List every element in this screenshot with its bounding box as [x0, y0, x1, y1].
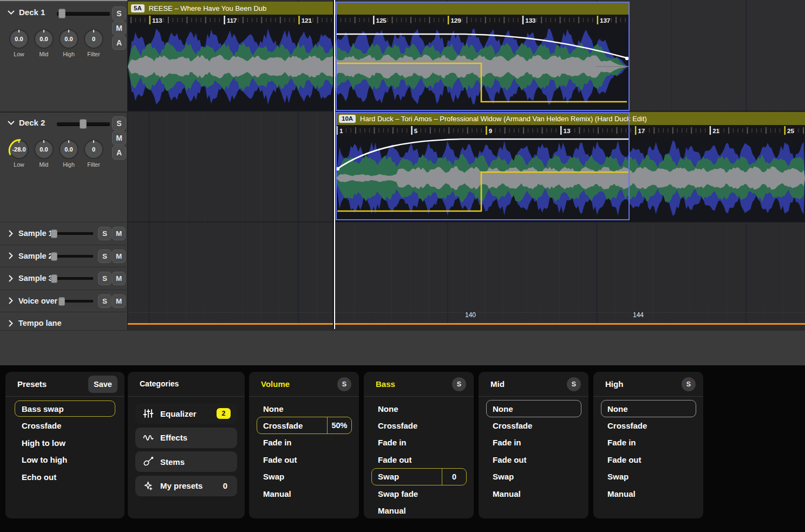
- volume-option-manual[interactable]: Manual: [249, 485, 359, 502]
- mid-column-panel: MidSNoneCrossfadeFade inFade outSwapManu…: [479, 372, 588, 518]
- high-option-fade-in[interactable]: Fade in: [593, 435, 703, 451]
- mid-option-manual[interactable]: Manual: [479, 485, 588, 502]
- volume-option-swap[interactable]: Swap: [249, 469, 359, 485]
- deck2-volume-slider[interactable]: [57, 119, 110, 129]
- bass-option-none[interactable]: None: [364, 400, 474, 417]
- bass-solo-button[interactable]: S: [452, 377, 466, 391]
- chevron-right-icon: [9, 275, 13, 282]
- high-option-none[interactable]: None: [593, 400, 703, 417]
- preset-item-high-to-low[interactable]: High to low: [5, 435, 125, 451]
- lane-label: Sample 1: [18, 229, 53, 238]
- high-option-swap[interactable]: Swap: [593, 469, 703, 485]
- chevron-right-icon: [9, 252, 13, 259]
- option-value[interactable]: 0: [442, 469, 466, 485]
- selection-box-deck2[interactable]: [336, 112, 630, 220]
- chevron-down-icon: [8, 10, 15, 15]
- lane-volume-slider[interactable]: [51, 252, 93, 261]
- preset-item-crossfade[interactable]: Crossfade: [5, 418, 125, 434]
- volume-option-none[interactable]: None: [249, 400, 359, 417]
- lane-mute-button[interactable]: M: [112, 249, 126, 263]
- lane-label: Sample 3: [18, 274, 53, 283]
- high-option-manual[interactable]: Manual: [593, 485, 703, 502]
- lane-volume-slider[interactable]: [51, 274, 93, 283]
- category-item-effects[interactable]: Effects: [135, 428, 237, 448]
- timeline-area[interactable]: 5A REESE – Where Have You Been Dub 11311…: [128, 0, 805, 330]
- selected-preset-outline: [15, 400, 115, 417]
- high-option-fade-out[interactable]: Fade out: [593, 451, 703, 468]
- high-option-crossfade[interactable]: Crossfade: [593, 417, 703, 434]
- lane-row-sample-1[interactable]: Sample 1SM: [0, 222, 128, 245]
- category-item-stems[interactable]: Stems: [135, 451, 237, 472]
- column-title: Volume: [261, 379, 290, 389]
- option-value[interactable]: 50%: [327, 417, 351, 434]
- chevron-right-icon: [9, 230, 13, 237]
- mid-option-swap[interactable]: Swap: [479, 469, 588, 485]
- deck2-filter-knob[interactable]: 0Filter: [73, 140, 115, 168]
- selected-option-outline: [601, 400, 696, 417]
- volume-option-fade-in[interactable]: Fade in: [249, 435, 359, 451]
- high-column-panel: HighSNoneCrossfadeFade inFade outSwapMan…: [593, 372, 703, 518]
- lane-mute-button[interactable]: M: [112, 227, 126, 240]
- knob-label: Filter: [73, 161, 115, 168]
- mid-solo-button[interactable]: S: [567, 377, 581, 391]
- selected-option-outline: [486, 400, 581, 417]
- bass-option-crossfade[interactable]: Crossfade: [364, 417, 474, 434]
- toolbar: + Automix ✂ Edit 16: [0, 330, 805, 365]
- mid-option-none[interactable]: None: [479, 400, 588, 417]
- save-preset-button[interactable]: Save: [88, 376, 117, 393]
- lane-solo-button[interactable]: S: [98, 294, 112, 308]
- lane-label: Sample 2: [18, 252, 53, 260]
- category-badge: 2: [217, 408, 231, 419]
- volume-option-fade-out[interactable]: Fade out: [249, 451, 359, 468]
- deck1-header[interactable]: Deck 1: [8, 8, 45, 17]
- deck2-solo-button[interactable]: S: [112, 116, 126, 130]
- category-item-equalizer[interactable]: Equalizer2: [135, 403, 237, 424]
- selection-box-deck1[interactable]: [336, 2, 630, 111]
- effects-icon: [143, 433, 154, 443]
- mid-option-fade-in[interactable]: Fade in: [479, 435, 588, 451]
- volume-column-panel: VolumeSNoneCrossfade50%Fade inFade outSw…: [249, 372, 359, 518]
- lane-label: Tempo lane: [18, 319, 62, 327]
- deck1-volume-slider[interactable]: [57, 9, 110, 18]
- preset-item-echo-out[interactable]: Echo out: [5, 469, 125, 485]
- lane-row-voice-over[interactable]: Voice overSM: [0, 290, 128, 312]
- deck2-label: Deck 2: [19, 118, 45, 127]
- volume-solo-button[interactable]: S: [337, 377, 351, 391]
- lane-row-sample-3[interactable]: Sample 3SM: [0, 267, 128, 290]
- lane-row-sample-2[interactable]: Sample 2SM: [0, 245, 128, 267]
- column-title: Bass: [376, 379, 395, 389]
- high-solo-button[interactable]: S: [682, 377, 696, 391]
- category-item-my-presets[interactable]: My presets0: [135, 476, 237, 496]
- deck1-filter-knob[interactable]: 0Filter: [73, 29, 115, 57]
- column-title: High: [605, 379, 623, 389]
- preset-item-low-to-high[interactable]: Low to high: [5, 452, 125, 468]
- lane-mute-button[interactable]: M: [112, 294, 126, 308]
- tempo-automation-line[interactable]: [128, 323, 805, 325]
- volume-option-crossfade[interactable]: Crossfade50%: [249, 417, 359, 434]
- bass-option-fade-in[interactable]: Fade in: [364, 435, 474, 451]
- mid-option-fade-out[interactable]: Fade out: [479, 451, 588, 468]
- mid-option-crossfade[interactable]: Crossfade: [479, 417, 588, 434]
- lane-solo-button[interactable]: S: [98, 227, 112, 240]
- preset-item-bass-swap[interactable]: Bass swap: [5, 400, 125, 417]
- bass-option-fade-out[interactable]: Fade out: [364, 451, 474, 468]
- deck2-header[interactable]: Deck 2: [8, 118, 45, 127]
- lane-volume-slider[interactable]: [51, 229, 93, 238]
- lane-solo-button[interactable]: S: [98, 272, 112, 285]
- lane-solo-button[interactable]: S: [98, 249, 112, 263]
- knob-label: Filter: [73, 51, 115, 57]
- equalizer-icon: [143, 409, 154, 418]
- lane-volume-slider[interactable]: [58, 297, 93, 306]
- lane-mute-button[interactable]: M: [112, 272, 126, 285]
- playhead[interactable]: [334, 0, 335, 329]
- bass-option-manual[interactable]: Manual: [364, 502, 474, 518]
- bass-option-swap[interactable]: Swap0: [364, 469, 474, 485]
- column-title: Mid: [490, 379, 505, 389]
- deck1-label: Deck 1: [19, 8, 45, 17]
- chevron-right-icon: [9, 320, 13, 327]
- bass-option-swap-fade[interactable]: Swap fade: [364, 485, 474, 502]
- master-bar-label: 144: [631, 311, 645, 319]
- deck1-solo-button[interactable]: S: [112, 6, 126, 21]
- category-count: 0: [223, 481, 227, 490]
- presets-title: Presets: [17, 379, 47, 389]
